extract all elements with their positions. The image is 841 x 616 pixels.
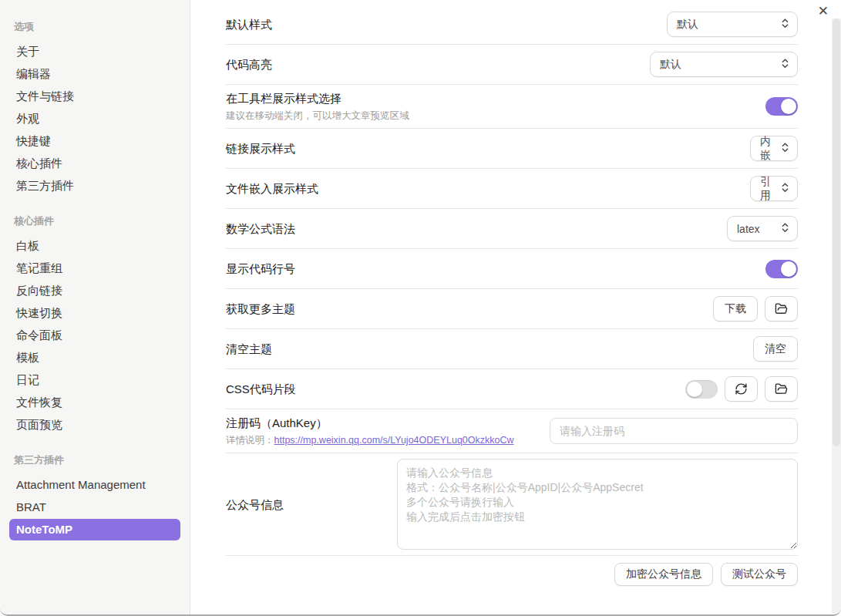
toolbar-style-select-toggle[interactable] [765, 97, 798, 116]
sidebar-item-backlinks[interactable]: 反向链接 [9, 280, 180, 301]
setting-control [397, 459, 798, 550]
sidebar-section-header: 核心插件 [14, 214, 176, 228]
sidebar-item-page-preview[interactable]: 页面预览 [9, 414, 180, 436]
setting-info: 默认样式 [226, 16, 272, 32]
sidebar-item-appearance[interactable]: 外观 [9, 108, 180, 130]
sidebar-item-hotkeys[interactable]: 快捷键 [9, 130, 180, 152]
footer-actions: 加密公众号信息测试公众号 [226, 556, 798, 586]
setting-name: 清空主题 [226, 341, 272, 357]
select-value: latex [737, 223, 760, 235]
select-value: 默认 [677, 18, 698, 32]
setting-row-show-line-numbers: 显示代码行号 [226, 249, 798, 289]
sidebar-item-core-plugins[interactable]: 核心插件 [9, 153, 180, 174]
setting-name: CSS代码片段 [226, 381, 296, 397]
select-value: 内嵌 [760, 135, 775, 163]
setting-info: 链接展示样式 [226, 140, 295, 157]
sidebar-item-command-palette[interactable]: 命令面板 [9, 325, 180, 346]
setting-description: 详情说明：https://mp.weixin.qq.com/s/LYujo4OD… [226, 434, 514, 447]
setting-name: 数学公式语法 [226, 220, 295, 237]
setting-info: 公众号信息 [226, 497, 284, 513]
setting-info: 文件嵌入展示样式 [226, 180, 318, 197]
setting-row-file-embed-style: 文件嵌入展示样式引用 [226, 169, 798, 209]
setting-control: 下载 [713, 296, 798, 321]
setting-row-code-highlight: 代码高亮默认 [226, 45, 798, 85]
sidebar: 选项关于编辑器文件与链接外观快捷键核心插件第三方插件核心插件白板笔记重组反向链接… [0, 0, 190, 614]
setting-info: 在工具栏展示样式选择建议在移动端关闭，可以增大文章预览区域 [226, 90, 409, 123]
authkey-input[interactable] [550, 418, 798, 444]
setting-control [550, 418, 798, 444]
reload-snippets-button[interactable] [725, 376, 758, 402]
select-value: 默认 [660, 58, 681, 72]
file-embed-style-select[interactable]: 引用 [750, 176, 798, 201]
code-highlight-select[interactable]: 默认 [650, 52, 798, 77]
setting-info: 数学公式语法 [226, 220, 295, 237]
scrollbar-thumb[interactable] [833, 19, 840, 446]
setting-info: CSS代码片段 [226, 381, 296, 397]
setting-control: 引用 [750, 176, 798, 201]
sidebar-section-header: 第三方插件 [14, 453, 176, 467]
sidebar-item-files-links[interactable]: 文件与链接 [9, 86, 180, 107]
setting-control [685, 376, 798, 402]
sidebar-item-note-composer[interactable]: 笔记重组 [9, 258, 180, 279]
show-line-numbers-toggle[interactable] [765, 260, 798, 278]
select-value: 引用 [760, 175, 775, 203]
sidebar-item-community-plugins[interactable]: 第三方插件 [9, 175, 180, 197]
setting-name: 默认样式 [226, 16, 272, 32]
open-snippet-folder-button[interactable] [765, 376, 798, 402]
sidebar-item-notetomp[interactable]: NoteToMP [9, 519, 180, 540]
css-snippet-toggle[interactable] [685, 380, 718, 399]
setting-control: 清空 [753, 336, 798, 362]
setting-row-math-syntax: 数学公式语法latex [226, 209, 798, 249]
setting-name: 文件嵌入展示样式 [226, 180, 318, 197]
sidebar-item-editor[interactable]: 编辑器 [9, 63, 180, 85]
scrollbar[interactable] [832, 19, 841, 613]
mp-account-info-textarea[interactable] [397, 459, 798, 550]
setting-name: 获取更多主题 [226, 301, 295, 317]
description-prefix: 详情说明： [226, 435, 274, 446]
setting-row-get-more-themes: 获取更多主题下载 [226, 289, 798, 329]
sidebar-section-header: 选项 [14, 20, 176, 34]
setting-info: 清空主题 [226, 341, 272, 357]
encrypt-mp-info-button[interactable]: 加密公众号信息 [614, 563, 713, 586]
sidebar-item-attachment-management[interactable]: Attachment Management [9, 474, 180, 496]
setting-control [765, 97, 798, 116]
setting-name: 公众号信息 [226, 497, 284, 513]
setting-name: 链接展示样式 [226, 140, 295, 157]
setting-name: 显示代码行号 [226, 261, 295, 277]
sidebar-item-quick-switcher[interactable]: 快速切换 [9, 302, 180, 324]
toggle-knob [781, 99, 796, 114]
chevron-updown-icon [781, 142, 789, 155]
setting-control [765, 260, 798, 278]
setting-description: 建议在移动端关闭，可以增大文章预览区域 [226, 109, 409, 123]
chevron-updown-icon [781, 18, 789, 31]
setting-control: 默认 [650, 52, 798, 77]
toggle-knob [781, 261, 796, 277]
settings-dialog: ✕ 选项关于编辑器文件与链接外观快捷键核心插件第三方插件核心插件白板笔记重组反向… [0, 0, 841, 616]
clear-button[interactable]: 清空 [753, 336, 798, 362]
sidebar-item-daily-notes[interactable]: 日记 [9, 369, 180, 391]
sidebar-item-file-recovery[interactable]: 文件恢复 [9, 392, 180, 413]
default-style-select[interactable]: 默认 [667, 12, 798, 37]
sidebar-item-about[interactable]: 关于 [9, 41, 180, 62]
setting-info: 代码高亮 [226, 56, 272, 72]
authkey-help-link[interactable]: https://mp.weixin.qq.com/s/LYujo4ODEYLuq… [274, 435, 514, 446]
settings-panel: 默认样式默认代码高亮默认在工具栏展示样式选择建议在移动端关闭，可以增大文章预览区… [191, 0, 841, 614]
sidebar-item-canvas[interactable]: 白板 [9, 235, 180, 257]
sidebar-item-brat[interactable]: BRAT [9, 497, 180, 518]
test-mp-account-button[interactable]: 测试公众号 [721, 563, 798, 586]
sidebar-item-templates[interactable]: 模板 [9, 347, 180, 369]
setting-name: 在工具栏展示样式选择 [226, 90, 409, 106]
folder-open-icon [775, 302, 788, 315]
folder-open-icon [775, 382, 788, 396]
setting-row-mp-account-info: 公众号信息 [226, 453, 798, 556]
link-display-style-select[interactable]: 内嵌 [750, 136, 798, 161]
download-button[interactable]: 下载 [713, 296, 758, 321]
close-icon[interactable]: ✕ [818, 4, 829, 19]
math-syntax-select[interactable]: latex [727, 216, 798, 241]
setting-control: 内嵌 [750, 136, 798, 161]
setting-control: latex [727, 216, 798, 241]
open-theme-folder-button[interactable] [765, 296, 798, 321]
setting-row-default-style: 默认样式默认 [226, 5, 798, 45]
toggle-knob [687, 382, 702, 397]
refresh-icon [735, 382, 748, 396]
